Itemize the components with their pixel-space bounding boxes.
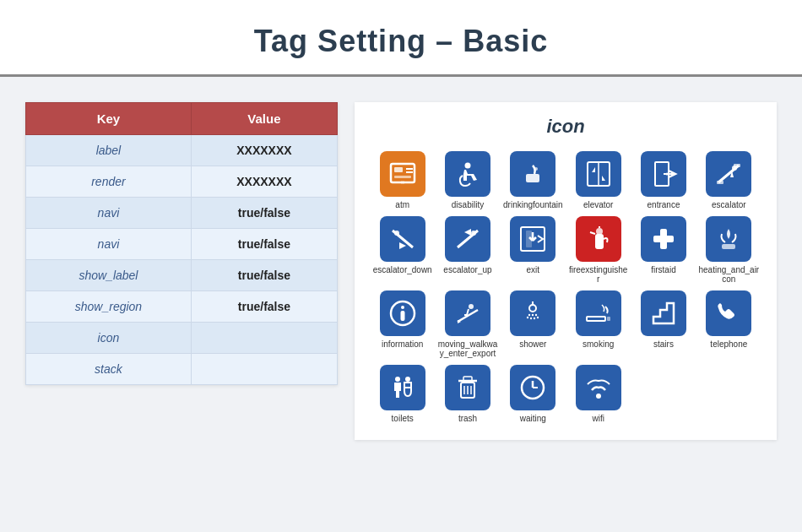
table-value-cell: XXXXXXX (191, 166, 337, 198)
icon-label-disability: disability (452, 200, 484, 209)
icon-label-firstaid: firstaid (651, 265, 675, 274)
svg-rect-27 (526, 231, 532, 247)
svg-point-8 (534, 167, 538, 171)
icons-panel-title: icon (371, 116, 760, 138)
table-value-cell (191, 354, 337, 385)
icon-item-entrance[interactable]: entrance (632, 151, 694, 209)
icon-box-disability (445, 151, 490, 197)
svg-point-24 (471, 231, 476, 236)
svg-rect-4 (394, 176, 411, 178)
table-value-cell: true/false (191, 198, 337, 229)
svg-point-53 (405, 377, 410, 382)
icon-item-escalator_up[interactable]: escalator_up (436, 216, 498, 284)
icon-item-firstaid[interactable]: firstaid (632, 216, 694, 284)
icon-box-escalator (706, 151, 751, 197)
icon-box-moving_walkway_enter_export (445, 290, 490, 336)
icon-item-fireextinguisher[interactable]: fireexstinguisher (567, 216, 629, 284)
icon-item-wifi[interactable]: wifi (567, 365, 629, 423)
table-key-cell: show_label (26, 260, 192, 291)
table-value-cell: true/false (191, 229, 337, 260)
icon-label-heating_and_aircon: heating_and_air con (698, 265, 759, 284)
svg-rect-60 (463, 377, 472, 381)
table-key-cell: navi (26, 229, 192, 260)
table-value-cell (191, 323, 337, 354)
icon-item-escalator[interactable]: escalator (698, 151, 760, 209)
svg-rect-37 (400, 311, 404, 321)
icon-label-escalator: escalator (712, 200, 746, 209)
svg-marker-11 (592, 167, 595, 172)
icon-item-moving_walkway_enter_export[interactable]: moving_walkwa y_enter_export (436, 290, 498, 358)
icon-label-shower: shower (519, 339, 546, 349)
icon-box-wifi (576, 365, 621, 410)
svg-point-47 (530, 318, 532, 319)
icon-box-entrance (641, 151, 686, 197)
svg-rect-51 (607, 317, 610, 321)
icon-label-fireextinguisher: fireexstinguisher (568, 265, 629, 284)
icon-item-drinkingfountain[interactable]: drinkingfountain (502, 151, 564, 209)
icon-box-drinkingfountain (510, 151, 555, 197)
icons-grid: atmdisabilitydrinkingfountainelevatorent… (371, 151, 760, 423)
icon-item-disability[interactable]: disability (436, 151, 498, 209)
svg-marker-22 (399, 242, 406, 249)
page-header: Tag Setting – Basic (0, 0, 802, 77)
svg-point-43 (528, 314, 530, 316)
icon-item-escalator_down[interactable]: escalator_down (371, 216, 433, 284)
icon-item-atm[interactable]: atm (371, 151, 433, 209)
icon-box-heating_and_aircon (706, 216, 751, 262)
icon-item-waiting[interactable]: waiting (502, 365, 564, 423)
icon-label-escalator_down: escalator_down (373, 265, 432, 274)
col-value-header: Value (191, 103, 337, 135)
icon-label-exit: exit (527, 265, 540, 274)
icon-item-toilets[interactable]: toilets (371, 365, 433, 423)
svg-point-15 (665, 173, 668, 176)
icon-item-shower[interactable]: shower (502, 290, 564, 358)
svg-rect-50 (587, 317, 605, 321)
svg-point-44 (532, 314, 534, 316)
icon-box-toilets (380, 365, 425, 410)
svg-point-6 (464, 163, 470, 169)
content-area: Key Value labelXXXXXXXrenderXXXXXXXnavit… (0, 77, 802, 465)
svg-point-45 (535, 314, 537, 316)
icon-item-elevator[interactable]: elevator (567, 151, 629, 209)
icon-item-smoking[interactable]: smoking (567, 290, 629, 358)
icon-box-elevator (576, 151, 621, 197)
table-value-cell: true/false (191, 260, 337, 291)
svg-point-39 (469, 304, 474, 309)
table-key-cell: label (26, 135, 192, 166)
svg-point-29 (596, 228, 603, 235)
icon-box-stairs (641, 290, 686, 336)
icon-label-elevator: elevator (583, 200, 614, 209)
icon-label-waiting: waiting (520, 414, 546, 423)
svg-rect-7 (526, 174, 539, 182)
icon-item-exit[interactable]: exit (502, 216, 564, 284)
icon-label-toilets: toilets (392, 414, 414, 423)
icon-box-firstaid (641, 216, 686, 262)
icon-label-drinkingfountain: drinkingfountain (503, 200, 563, 209)
svg-point-52 (395, 377, 400, 382)
svg-rect-1 (394, 167, 403, 172)
icon-box-exit (510, 216, 555, 262)
table-key-cell: stack (26, 354, 192, 385)
icon-label-wifi: wifi (592, 414, 604, 423)
icon-item-stairs[interactable]: stairs (632, 290, 694, 358)
page-title: Tag Setting – Basic (0, 24, 802, 59)
svg-rect-34 (722, 244, 735, 249)
svg-marker-12 (602, 176, 605, 181)
svg-line-31 (590, 232, 595, 234)
svg-point-46 (527, 317, 528, 318)
icon-item-telephone[interactable]: telephone (698, 290, 760, 358)
table-key-cell: navi (26, 198, 192, 229)
icon-label-atm: atm (395, 200, 409, 209)
icon-box-fireextinguisher (576, 216, 621, 262)
icon-item-trash[interactable]: trash (436, 365, 498, 423)
icon-box-information (380, 290, 425, 336)
table-key-cell: render (26, 166, 192, 198)
icon-label-moving_walkway_enter_export: moving_walkwa y_enter_export (437, 339, 498, 358)
icon-item-heating_and_aircon[interactable]: heating_and_air con (698, 216, 760, 284)
icon-label-stairs: stairs (653, 339, 674, 349)
table-value-cell: true/false (191, 291, 337, 323)
svg-point-36 (401, 306, 404, 309)
svg-marker-25 (464, 229, 471, 236)
icon-box-trash (445, 365, 490, 410)
icon-item-information[interactable]: information (371, 290, 433, 358)
